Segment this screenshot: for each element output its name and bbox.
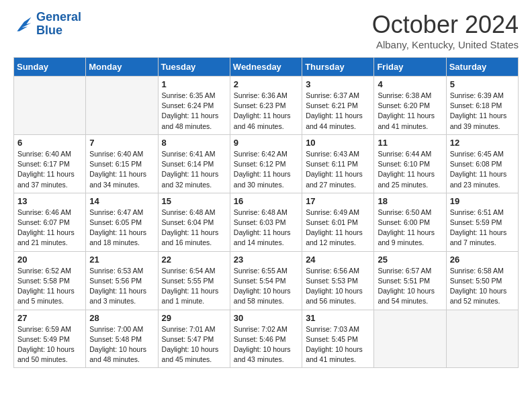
calendar-day-cell: 26Sunrise: 6:58 AM Sunset: 5:50 PM Dayli…: [446, 251, 518, 310]
day-number: 29: [162, 313, 226, 323]
day-details: Sunrise: 6:53 AM Sunset: 5:56 PM Dayligh…: [89, 266, 154, 307]
calendar-day-cell: 3Sunrise: 6:37 AM Sunset: 6:21 PM Daylig…: [302, 77, 374, 135]
calendar-day-cell: 28Sunrise: 7:00 AM Sunset: 5:48 PM Dayli…: [86, 310, 158, 368]
day-details: Sunrise: 7:03 AM Sunset: 5:45 PM Dayligh…: [306, 324, 370, 365]
calendar-day-cell: 4Sunrise: 6:38 AM Sunset: 6:20 PM Daylig…: [374, 77, 446, 135]
calendar-day-cell: 11Sunrise: 6:44 AM Sunset: 6:10 PM Dayli…: [374, 134, 446, 193]
day-number: 24: [306, 255, 370, 265]
weekday-header-row: SundayMondayTuesdayWednesdayThursdayFrid…: [14, 58, 519, 77]
day-number: 26: [450, 255, 515, 265]
day-details: Sunrise: 6:42 AM Sunset: 6:12 PM Dayligh…: [234, 149, 298, 190]
day-details: Sunrise: 6:40 AM Sunset: 6:15 PM Dayligh…: [89, 149, 154, 190]
calendar-table: SundayMondayTuesdayWednesdayThursdayFrid…: [13, 57, 519, 368]
day-details: Sunrise: 6:58 AM Sunset: 5:50 PM Dayligh…: [450, 266, 515, 307]
logo-text2: Blue: [36, 24, 81, 38]
calendar-day-cell: [446, 310, 518, 368]
calendar-day-cell: 6Sunrise: 6:40 AM Sunset: 6:17 PM Daylig…: [14, 134, 86, 193]
day-number: 15: [162, 196, 226, 206]
calendar-day-cell: [86, 77, 158, 135]
calendar-day-cell: [374, 310, 446, 368]
day-number: 23: [234, 255, 298, 265]
day-number: 20: [17, 255, 82, 265]
day-number: 18: [378, 196, 442, 206]
day-number: 21: [89, 255, 154, 265]
weekday-header-cell: Friday: [374, 58, 446, 77]
day-number: 3: [306, 79, 370, 89]
day-details: Sunrise: 6:49 AM Sunset: 6:01 PM Dayligh…: [306, 208, 370, 248]
calendar-day-cell: 29Sunrise: 7:01 AM Sunset: 5:47 PM Dayli…: [158, 310, 230, 368]
day-details: Sunrise: 6:37 AM Sunset: 6:21 PM Dayligh…: [306, 91, 370, 132]
weekday-header-cell: Sunday: [14, 58, 86, 77]
day-number: 30: [234, 313, 298, 323]
day-number: 12: [450, 138, 515, 148]
day-details: Sunrise: 6:38 AM Sunset: 6:20 PM Dayligh…: [378, 91, 442, 132]
day-details: Sunrise: 6:52 AM Sunset: 5:58 PM Dayligh…: [17, 266, 82, 307]
weekday-header-cell: Tuesday: [158, 58, 230, 77]
calendar-day-cell: 12Sunrise: 6:45 AM Sunset: 6:08 PM Dayli…: [446, 134, 518, 193]
calendar-day-cell: 25Sunrise: 6:57 AM Sunset: 5:51 PM Dayli…: [374, 251, 446, 310]
day-number: 11: [378, 138, 442, 148]
calendar-day-cell: 16Sunrise: 6:48 AM Sunset: 6:03 PM Dayli…: [230, 193, 302, 251]
day-details: Sunrise: 6:47 AM Sunset: 6:05 PM Dayligh…: [89, 208, 154, 248]
calendar-week-row: 1Sunrise: 6:35 AM Sunset: 6:24 PM Daylig…: [14, 77, 519, 135]
day-details: Sunrise: 6:36 AM Sunset: 6:23 PM Dayligh…: [234, 91, 298, 132]
day-details: Sunrise: 6:46 AM Sunset: 6:07 PM Dayligh…: [17, 208, 82, 248]
day-details: Sunrise: 6:57 AM Sunset: 5:51 PM Dayligh…: [378, 266, 442, 307]
logo-text: General: [36, 11, 81, 24]
day-number: 8: [162, 138, 226, 148]
page-header: General Blue October 2024 Albany, Kentuc…: [13, 11, 519, 50]
day-number: 6: [17, 138, 82, 148]
day-details: Sunrise: 6:50 AM Sunset: 6:00 PM Dayligh…: [378, 208, 442, 248]
calendar-day-cell: 15Sunrise: 6:48 AM Sunset: 6:04 PM Dayli…: [158, 193, 230, 251]
day-details: Sunrise: 6:55 AM Sunset: 5:54 PM Dayligh…: [234, 266, 298, 307]
day-details: Sunrise: 6:56 AM Sunset: 5:53 PM Dayligh…: [306, 266, 370, 307]
logo-icon: [13, 15, 34, 34]
day-number: 28: [89, 313, 154, 323]
calendar-day-cell: 13Sunrise: 6:46 AM Sunset: 6:07 PM Dayli…: [14, 193, 86, 251]
day-details: Sunrise: 6:48 AM Sunset: 6:04 PM Dayligh…: [162, 208, 226, 248]
day-number: 17: [306, 196, 370, 206]
calendar-day-cell: 18Sunrise: 6:50 AM Sunset: 6:00 PM Dayli…: [374, 193, 446, 251]
weekday-header-cell: Monday: [86, 58, 158, 77]
calendar-day-cell: 31Sunrise: 7:03 AM Sunset: 5:45 PM Dayli…: [302, 310, 374, 368]
calendar-day-cell: 5Sunrise: 6:39 AM Sunset: 6:18 PM Daylig…: [446, 77, 518, 135]
day-details: Sunrise: 6:54 AM Sunset: 5:55 PM Dayligh…: [162, 266, 226, 307]
location: Albany, Kentucky, United States: [372, 39, 519, 50]
day-details: Sunrise: 6:51 AM Sunset: 5:59 PM Dayligh…: [450, 208, 515, 248]
day-number: 13: [17, 196, 82, 206]
calendar-day-cell: 27Sunrise: 6:59 AM Sunset: 5:49 PM Dayli…: [14, 310, 86, 368]
day-number: 19: [450, 196, 515, 206]
calendar-day-cell: 2Sunrise: 6:36 AM Sunset: 6:23 PM Daylig…: [230, 77, 302, 135]
day-number: 4: [378, 79, 442, 89]
day-number: 10: [306, 138, 370, 148]
calendar-day-cell: 7Sunrise: 6:40 AM Sunset: 6:15 PM Daylig…: [86, 134, 158, 193]
calendar-day-cell: 10Sunrise: 6:43 AM Sunset: 6:11 PM Dayli…: [302, 134, 374, 193]
day-details: Sunrise: 6:59 AM Sunset: 5:49 PM Dayligh…: [17, 324, 82, 365]
day-details: Sunrise: 6:43 AM Sunset: 6:11 PM Dayligh…: [306, 149, 370, 190]
logo: General Blue: [13, 11, 81, 38]
calendar-week-row: 27Sunrise: 6:59 AM Sunset: 5:49 PM Dayli…: [14, 310, 519, 368]
day-number: 5: [450, 79, 515, 89]
day-details: Sunrise: 7:01 AM Sunset: 5:47 PM Dayligh…: [162, 324, 226, 365]
day-number: 9: [234, 138, 298, 148]
weekday-header-cell: Saturday: [446, 58, 518, 77]
calendar-body: 1Sunrise: 6:35 AM Sunset: 6:24 PM Daylig…: [14, 77, 519, 368]
calendar-day-cell: 8Sunrise: 6:41 AM Sunset: 6:14 PM Daylig…: [158, 134, 230, 193]
day-number: 14: [89, 196, 154, 206]
calendar-day-cell: [14, 77, 86, 135]
calendar-day-cell: 24Sunrise: 6:56 AM Sunset: 5:53 PM Dayli…: [302, 251, 374, 310]
day-number: 27: [17, 313, 82, 323]
day-number: 25: [378, 255, 442, 265]
day-details: Sunrise: 6:45 AM Sunset: 6:08 PM Dayligh…: [450, 149, 515, 190]
day-details: Sunrise: 6:35 AM Sunset: 6:24 PM Dayligh…: [162, 91, 226, 132]
day-details: Sunrise: 6:41 AM Sunset: 6:14 PM Dayligh…: [162, 149, 226, 190]
weekday-header-cell: Thursday: [302, 58, 374, 77]
calendar-day-cell: 23Sunrise: 6:55 AM Sunset: 5:54 PM Dayli…: [230, 251, 302, 310]
calendar-day-cell: 21Sunrise: 6:53 AM Sunset: 5:56 PM Dayli…: [86, 251, 158, 310]
calendar-day-cell: 14Sunrise: 6:47 AM Sunset: 6:05 PM Dayli…: [86, 193, 158, 251]
day-details: Sunrise: 7:02 AM Sunset: 5:46 PM Dayligh…: [234, 324, 298, 365]
calendar-day-cell: 22Sunrise: 6:54 AM Sunset: 5:55 PM Dayli…: [158, 251, 230, 310]
day-details: Sunrise: 6:44 AM Sunset: 6:10 PM Dayligh…: [378, 149, 442, 190]
day-number: 31: [306, 313, 370, 323]
day-number: 7: [89, 138, 154, 148]
